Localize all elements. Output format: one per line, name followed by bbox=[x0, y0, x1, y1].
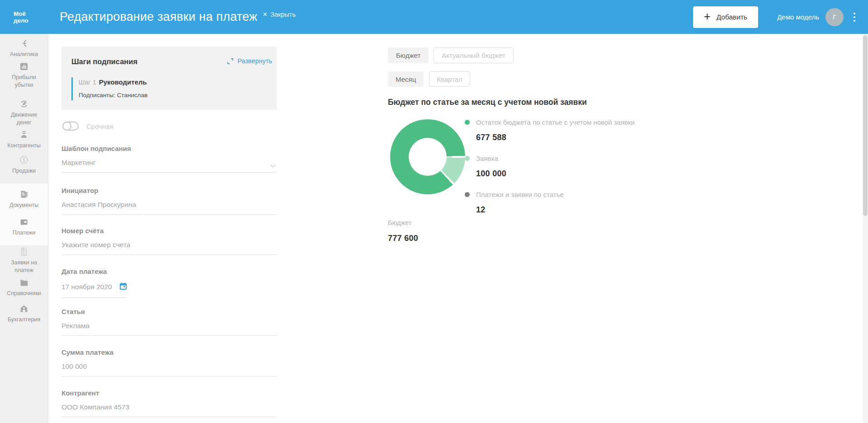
field-label: Шаблон подписания bbox=[61, 145, 277, 152]
payments-icon bbox=[0, 216, 48, 227]
budget-total-label: Бюджет bbox=[388, 219, 418, 226]
avatar[interactable]: Г bbox=[826, 8, 844, 26]
payment-request-icon: $ bbox=[0, 246, 48, 257]
tab-budget-period-selected[interactable]: Месяц bbox=[388, 71, 424, 87]
close-icon[interactable]: × bbox=[263, 10, 267, 18]
field-value: Укажите номер счета bbox=[61, 241, 130, 249]
form-field: Дата платежа 17 ноября 2020 bbox=[61, 268, 277, 298]
field-input[interactable]: ООО Компания 4573 bbox=[61, 403, 277, 411]
directories-icon bbox=[0, 277, 48, 288]
tab-budget-period[interactable]: Квартал bbox=[429, 71, 470, 87]
legend-label: Платежи и заявки по статье bbox=[476, 191, 564, 198]
form-field: Контрагент ООО Компания 4573 bbox=[61, 389, 277, 417]
expand-label[interactable]: Развернуть bbox=[237, 57, 272, 65]
app-logo[interactable]: Моё дело bbox=[14, 10, 48, 24]
chart-title: Бюджет по статье за месяц с учетом новой… bbox=[388, 98, 587, 107]
analytics-icon bbox=[0, 38, 48, 49]
accounting-icon bbox=[0, 303, 48, 314]
scrollbar-thumb[interactable] bbox=[863, 35, 868, 216]
field-input[interactable]: Анастасия Проскурина bbox=[61, 201, 277, 209]
scrollbar-track[interactable] bbox=[863, 34, 868, 423]
field-input[interactable]: Маркетинг bbox=[61, 159, 277, 167]
legend-dot-icon bbox=[465, 120, 470, 125]
kebab-menu-icon[interactable] bbox=[852, 11, 857, 24]
field-value: Реклама bbox=[61, 322, 90, 330]
legend-label: Заявка bbox=[476, 155, 498, 162]
logo-line2: дело bbox=[14, 17, 48, 24]
field-input[interactable]: Укажите номер счета bbox=[61, 241, 277, 249]
field-underline bbox=[61, 297, 127, 298]
account-name[interactable]: Демо модель bbox=[777, 13, 819, 21]
top-header: Моё дело Редактирование заявки на платеж… bbox=[0, 0, 868, 34]
sidebar-item-label: Контрагенты bbox=[0, 142, 48, 150]
documents-icon bbox=[0, 189, 48, 200]
toggle-switch-icon[interactable] bbox=[62, 122, 79, 131]
budget-panel: БюджетАктуальный бюджет МесяцКвартал Бюд… bbox=[388, 34, 668, 423]
tab-budget-view[interactable]: Актуальный бюджет bbox=[434, 47, 514, 63]
svg-text:₽: ₽ bbox=[23, 101, 26, 106]
sidebar-item-analytics[interactable]: Аналитика bbox=[0, 38, 48, 58]
sidebar-item-payment-request[interactable]: $ Заявки на платеж bbox=[0, 246, 48, 274]
tab-budget-view-selected[interactable]: Бюджет bbox=[388, 47, 429, 63]
add-button[interactable]: + Добавить bbox=[693, 6, 758, 28]
sidebar-item-accounting[interactable]: Бухгалтерия bbox=[0, 303, 48, 324]
field-value: Анастасия Проскурина bbox=[61, 201, 136, 209]
urgent-toggle-label: Срочная bbox=[86, 122, 113, 130]
sidebar-item-label: Заявки на платеж bbox=[0, 259, 48, 274]
budget-period-tabs: МесяцКвартал bbox=[388, 71, 470, 87]
step-role: Руководитель bbox=[99, 78, 147, 86]
field-input[interactable]: 17 ноября 2020 bbox=[61, 282, 277, 292]
main-content: Шаги подписания Развернуть Шаг 1Руководи… bbox=[49, 34, 868, 423]
field-label: Статья bbox=[61, 308, 277, 315]
field-value: 17 ноября 2020 bbox=[61, 283, 112, 291]
sidebar-item-label: Платежи bbox=[0, 229, 48, 237]
field-label: Контрагент bbox=[61, 389, 277, 397]
sidebar-item-label: Справочники bbox=[0, 290, 48, 297]
sidebar-item-profit-loss[interactable]: Прибыли убытки bbox=[0, 61, 48, 89]
svg-text:$: $ bbox=[23, 248, 25, 253]
sidebar-item-label: Документы bbox=[0, 202, 48, 209]
step-number: Шаг 1 bbox=[79, 79, 96, 86]
field-underline bbox=[61, 214, 277, 215]
field-input[interactable]: Реклама bbox=[61, 322, 277, 330]
sales-icon: $ bbox=[0, 155, 48, 165]
field-label: Сумма платежа bbox=[61, 348, 277, 356]
legend-value: 12 bbox=[476, 205, 564, 215]
chevron-down-icon[interactable] bbox=[270, 161, 276, 169]
form-field: Инициатор Анастасия Проскурина bbox=[61, 187, 277, 215]
close-button[interactable]: × Закрыть bbox=[263, 10, 296, 18]
field-underline bbox=[61, 376, 277, 376]
sidebar-item-documents[interactable]: Документы bbox=[0, 189, 48, 209]
field-value: ООО Компания 4573 bbox=[61, 403, 129, 411]
form-field: Номер счёта Укажите номер счета bbox=[61, 227, 277, 255]
field-label: Дата платежа bbox=[61, 268, 277, 275]
legend-item: Заявка 100 000 bbox=[465, 155, 506, 179]
expand-link[interactable]: Развернуть bbox=[227, 57, 272, 65]
field-underline bbox=[61, 335, 277, 336]
sidebar-item-sales[interactable]: $ Продажи bbox=[0, 155, 48, 175]
form-field: Шаблон подписания Маркетинг bbox=[61, 145, 277, 173]
add-button-label: Добавить bbox=[717, 13, 748, 21]
legend-value: 100 000 bbox=[476, 169, 506, 179]
budget-view-tabs: БюджетАктуальный бюджет bbox=[388, 47, 514, 63]
form-field: Сумма платежа 100 000 bbox=[61, 348, 277, 376]
field-input[interactable]: 100 000 bbox=[61, 362, 277, 371]
cash-flow-icon: ₽ bbox=[0, 99, 48, 109]
sidebar-item-payments[interactable]: Платежи bbox=[0, 216, 48, 237]
calendar-icon[interactable] bbox=[119, 282, 127, 292]
app-window: Моё дело Редактирование заявки на платеж… bbox=[0, 0, 868, 423]
sidebar-item-cash-flow[interactable]: ₽ Движение денег bbox=[0, 99, 48, 126]
field-underline bbox=[61, 254, 277, 255]
signing-steps-card: Шаги подписания Развернуть Шаг 1Руководи… bbox=[61, 47, 277, 110]
expand-icon bbox=[227, 58, 234, 65]
close-label[interactable]: Закрыть bbox=[270, 11, 296, 18]
legend-value: 677 588 bbox=[476, 133, 635, 142]
plus-icon: + bbox=[704, 11, 711, 22]
urgent-toggle[interactable]: Срочная bbox=[62, 122, 113, 131]
sidebar-nav: Аналитика Прибыли убытки ₽ Движение дене… bbox=[0, 34, 48, 423]
counterparties-icon bbox=[0, 129, 48, 140]
legend-item: Платежи и заявки по статье 12 bbox=[465, 191, 564, 215]
sidebar-item-counterparties[interactable]: Контрагенты bbox=[0, 129, 48, 150]
sidebar-item-label: Аналитика bbox=[0, 51, 48, 58]
sidebar-item-directories[interactable]: Справочники bbox=[0, 277, 48, 297]
